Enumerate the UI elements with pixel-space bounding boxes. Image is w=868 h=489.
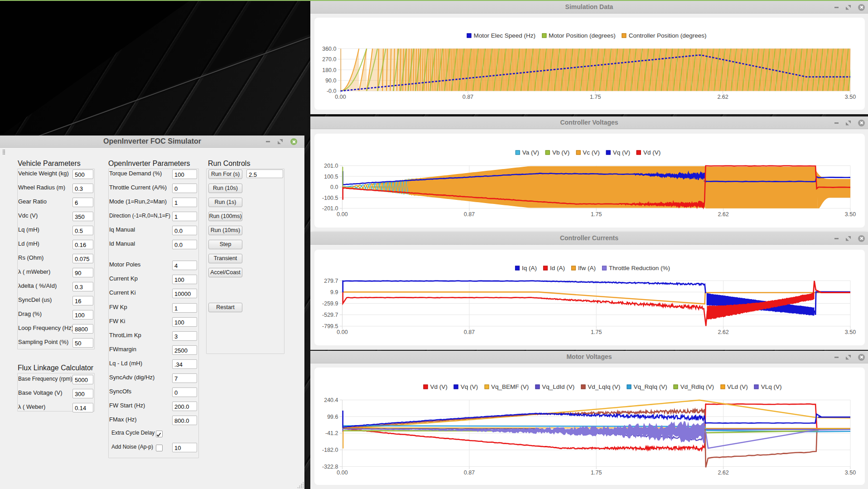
svg-text:0.00: 0.00 [335, 94, 346, 100]
svg-text:0.0: 0.0 [330, 184, 338, 190]
svg-text:-322.8: -322.8 [322, 464, 338, 470]
svg-text:2.62: 2.62 [717, 94, 728, 100]
svg-text:-0.0: -0.0 [327, 88, 337, 94]
svg-text:1.75: 1.75 [590, 94, 601, 100]
svg-text:0.87: 0.87 [464, 329, 475, 335]
svg-text:0.00: 0.00 [337, 211, 347, 218]
svg-text:9.9: 9.9 [330, 289, 338, 295]
svg-text:3.50: 3.50 [845, 94, 856, 100]
svg-text:3.50: 3.50 [845, 211, 856, 218]
svg-text:0.87: 0.87 [464, 470, 475, 476]
svg-text:240.4: 240.4 [324, 397, 338, 403]
svg-text:0.00: 0.00 [337, 329, 347, 335]
svg-text:201.0: 201.0 [324, 163, 338, 169]
svg-text:180.0: 180.0 [322, 67, 336, 73]
svg-text:0.87: 0.87 [464, 211, 475, 218]
svg-text:100.5: 100.5 [324, 174, 338, 180]
svg-text:-100.5: -100.5 [322, 195, 338, 201]
svg-text:1.75: 1.75 [591, 329, 602, 335]
svg-text:270.0: 270.0 [322, 56, 336, 63]
svg-text:-182.0: -182.0 [322, 447, 338, 453]
svg-text:99.6: 99.6 [327, 414, 338, 420]
svg-text:360.0: 360.0 [322, 46, 336, 52]
svg-text:-41.2: -41.2 [325, 430, 338, 436]
svg-text:1.75: 1.75 [591, 211, 602, 218]
svg-text:-799.5: -799.5 [322, 323, 338, 329]
svg-text:279.7: 279.7 [324, 278, 338, 284]
svg-text:0.00: 0.00 [337, 470, 347, 476]
svg-text:1.75: 1.75 [591, 470, 602, 476]
svg-text:0.87: 0.87 [463, 94, 473, 100]
svg-text:2.62: 2.62 [718, 329, 728, 335]
svg-text:90.0: 90.0 [325, 77, 336, 84]
svg-text:-259.9: -259.9 [322, 300, 338, 307]
svg-text:2.62: 2.62 [718, 211, 728, 218]
svg-text:-201.0: -201.0 [322, 205, 338, 212]
svg-text:2.62: 2.62 [718, 470, 728, 476]
svg-text:-529.7: -529.7 [322, 312, 338, 318]
svg-text:3.50: 3.50 [845, 329, 856, 335]
svg-text:3.50: 3.50 [845, 470, 856, 476]
